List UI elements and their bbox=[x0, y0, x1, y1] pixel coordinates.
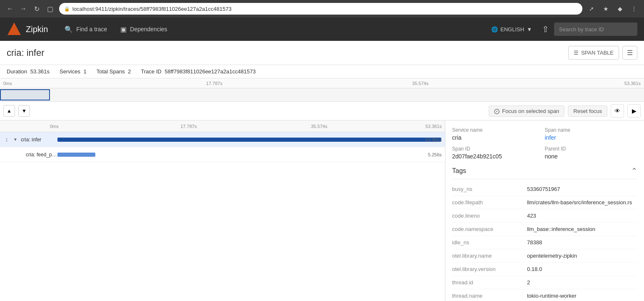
ruler-label-1: 17.787s bbox=[206, 81, 222, 86]
span-index: 1 bbox=[0, 137, 13, 142]
url-bar[interactable]: 🔒 localhost:9411/zipkin/traces/58ff7983f… bbox=[59, 3, 582, 15]
home-button[interactable]: ▢ bbox=[44, 3, 56, 15]
spans-panel: 0ms 17.787s 35.574s 53.361s 1 ▼ cria: in… bbox=[0, 120, 445, 301]
total-spans-meta: Total Spans 2 bbox=[97, 68, 131, 75]
tag-row: busy_ns 53360751967 bbox=[452, 183, 637, 196]
tag-row: code.lineno 423 bbox=[452, 209, 637, 223]
back-button[interactable]: ← bbox=[4, 3, 16, 15]
title-actions: ☰ SPAN TABLE ☰ bbox=[568, 46, 637, 60]
options-menu-button[interactable]: ☰ bbox=[622, 46, 637, 60]
tag-value: 0.18.0 bbox=[527, 266, 637, 272]
expand-up-button[interactable]: ▲ bbox=[3, 105, 15, 117]
extensions-button[interactable]: ◆ bbox=[614, 3, 626, 15]
tag-row: thread.name tokio-runtime-worker bbox=[452, 289, 637, 301]
focus-selected-span-button[interactable]: ⨀ Focus on selected span bbox=[489, 105, 564, 117]
span-expand-icon[interactable]: ▼ bbox=[13, 137, 21, 142]
language-selector[interactable]: 🌐 ENGLISH ▼ bbox=[486, 26, 537, 33]
tag-row: code.namespace llm_base::inference_sessi… bbox=[452, 223, 637, 236]
trace-id-search-input[interactable] bbox=[554, 23, 637, 36]
span-bar bbox=[57, 138, 441, 142]
app-title: Zipkin bbox=[26, 25, 48, 34]
tags-collapse-button[interactable]: ⌃ bbox=[631, 166, 637, 176]
logo-icon bbox=[7, 22, 22, 37]
ruler-label-0: 0ms bbox=[3, 81, 12, 86]
service-span-row: Service name cria Span name infer bbox=[452, 127, 637, 141]
span-name: cria: feed_prompt bbox=[21, 152, 57, 158]
nav-dependencies[interactable]: ▣ Dependencies bbox=[114, 18, 174, 41]
trace-id-meta: Trace ID 58ff7983f811026ee127a2a1cc48157… bbox=[141, 68, 256, 75]
tag-key: busy_ns bbox=[452, 186, 527, 192]
span-ruler-17787: 17.787s bbox=[181, 124, 197, 129]
tag-key: code.namespace bbox=[452, 226, 527, 232]
table-row[interactable]: cria: feed_prompt 5.256s bbox=[0, 147, 445, 162]
span-table-button[interactable]: ☰ SPAN TABLE bbox=[568, 46, 619, 60]
browser-nav[interactable]: ← → ↻ ▢ bbox=[4, 3, 56, 15]
timeline-header: 0ms 17.787s 35.574s 53.361s bbox=[0, 78, 644, 102]
timeline-minimap[interactable] bbox=[0, 88, 644, 101]
table-row[interactable]: 1 ▼ cria: infer 53.361s bbox=[0, 132, 445, 147]
controls-bar: ▲ ▼ ⨀ Focus on selected span Reset focus… bbox=[0, 102, 644, 120]
forward-button[interactable]: → bbox=[17, 3, 29, 15]
ids-row: Span ID 2d07fae24b921c05 Parent ID none bbox=[452, 146, 637, 160]
span-ruler-0ms: 0ms bbox=[50, 124, 59, 129]
tag-value: 423 bbox=[527, 213, 637, 219]
parent-id-col: Parent ID none bbox=[545, 146, 638, 160]
list-icon: ☰ bbox=[574, 50, 579, 56]
page-title-bar: cria: infer ☰ SPAN TABLE ☰ bbox=[0, 41, 644, 65]
span-ruler-53361: 53.361s bbox=[425, 124, 442, 129]
browser-chrome: ← → ↻ ▢ 🔒 localhost:9411/zipkin/traces/5… bbox=[0, 0, 644, 18]
url-text: localhost:9411/zipkin/traces/58ff7983f81… bbox=[72, 6, 231, 12]
lock-icon: 🔒 bbox=[64, 6, 70, 12]
reset-focus-button[interactable]: Reset focus bbox=[568, 105, 607, 117]
bookmark-button[interactable]: ★ bbox=[600, 3, 612, 15]
page-title: cria: infer bbox=[7, 48, 44, 58]
reload-button[interactable]: ↻ bbox=[31, 3, 42, 15]
tag-key: idle_ns bbox=[452, 239, 527, 246]
tag-row: idle_ns 78388 bbox=[452, 236, 637, 249]
upload-button[interactable]: ⇧ bbox=[537, 24, 554, 34]
span-ruler-35574: 35.574s bbox=[311, 124, 327, 129]
tags-list: busy_ns 53360751967 code.filepath llm/cr… bbox=[452, 183, 637, 301]
svg-marker-0 bbox=[7, 23, 21, 35]
chevron-down-icon: ▼ bbox=[527, 26, 532, 33]
span-name: cria: infer bbox=[21, 137, 57, 143]
span-bar-area: 53.361s bbox=[57, 132, 445, 147]
trace-meta-bar: Duration 53.361s Services 1 Total Spans … bbox=[0, 65, 644, 78]
minimap-selection-handle[interactable] bbox=[0, 89, 50, 100]
service-name-col: Service name cria bbox=[452, 127, 545, 141]
nav-find-trace[interactable]: 🔍 Find a trace bbox=[58, 18, 114, 41]
tag-value: 53360751967 bbox=[527, 186, 637, 192]
translate-icon: 🌐 bbox=[491, 26, 498, 33]
span-id-col: Span ID 2d07fae24b921c05 bbox=[452, 146, 545, 160]
tag-key: code.filepath bbox=[452, 199, 527, 206]
tag-value: 2 bbox=[527, 279, 637, 286]
tag-row: otel.library.name opentelemetry-zipkin bbox=[452, 249, 637, 263]
span-name-col: Span name infer bbox=[545, 127, 638, 141]
tag-row: otel.library.version 0.18.0 bbox=[452, 263, 637, 276]
browser-action-buttons: ➚ ★ ◆ ⋮ bbox=[586, 3, 640, 15]
spans-list: 1 ▼ cria: infer 53.361s cria: feed_promp… bbox=[0, 132, 445, 301]
visibility-toggle-button[interactable]: 👁 bbox=[611, 104, 624, 118]
tag-key: otel.library.version bbox=[452, 266, 527, 272]
tag-key: code.lineno bbox=[452, 213, 527, 219]
span-bar bbox=[57, 153, 95, 157]
tag-value: tokio-runtime-worker bbox=[527, 293, 637, 299]
duration-meta: Duration 53.361s bbox=[7, 68, 50, 75]
dependencies-icon: ▣ bbox=[120, 25, 127, 33]
ruler-label-3: 53.361s bbox=[624, 81, 641, 86]
expand-down-button[interactable]: ▼ bbox=[18, 105, 30, 117]
tag-value: llm/crates/llm-base/src/inference_sessio… bbox=[527, 199, 637, 206]
tag-value: opentelemetry-zipkin bbox=[527, 253, 637, 259]
tags-section: Tags ⌃ busy_ns 53360751967 code.filepath… bbox=[452, 166, 637, 301]
menu-button[interactable]: ⋮ bbox=[628, 3, 640, 15]
main-layout: 0ms 17.787s 35.574s 53.361s 1 ▼ cria: in… bbox=[0, 120, 644, 301]
share-button[interactable]: ➚ bbox=[586, 3, 597, 15]
search-icon: 🔍 bbox=[65, 25, 73, 33]
next-button[interactable]: ▶ bbox=[627, 104, 641, 118]
span-bar-area: 5.256s bbox=[57, 147, 445, 162]
ruler-label-2: 35.574s bbox=[412, 81, 428, 86]
tag-key: thread.id bbox=[452, 279, 527, 286]
app-header: Zipkin 🔍 Find a trace ▣ Dependencies 🌐 E… bbox=[0, 18, 644, 41]
span-info-section: Service name cria Span name infer Span I… bbox=[452, 127, 637, 160]
tag-row: code.filepath llm/crates/llm-base/src/in… bbox=[452, 196, 637, 209]
